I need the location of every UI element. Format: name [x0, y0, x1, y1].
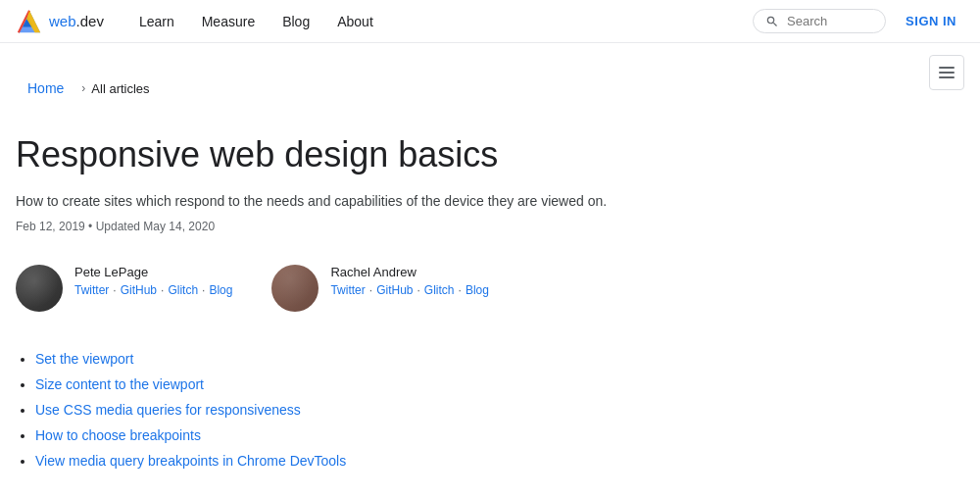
toc-list: Set the viewport Size content to the vie…	[16, 351, 741, 469]
article-date: Feb 12, 2019 • Updated May 14, 2020	[16, 220, 741, 233]
breadcrumb: Home › All articles	[16, 67, 741, 110]
nav-about[interactable]: About	[325, 0, 385, 43]
authors-section: Pete LePage Twitter · GitHub · Glitch · …	[16, 265, 741, 312]
toc-link-1[interactable]: Set the viewport	[35, 351, 133, 367]
author-pete-glitch[interactable]: Glitch	[168, 283, 198, 297]
search-bar[interactable]	[753, 9, 886, 33]
site-header: web.dev Learn Measure Blog About SIGN IN	[0, 0, 980, 43]
avatar-pete	[16, 265, 63, 312]
nav-learn[interactable]: Learn	[127, 0, 186, 43]
toc-item-5: View media query breakpoints in Chrome D…	[35, 453, 741, 469]
toc-link-3[interactable]: Use CSS media queries for responsiveness	[35, 402, 301, 418]
author-pete: Pete LePage Twitter · GitHub · Glitch · …	[16, 265, 232, 312]
site-logo[interactable]: web.dev	[16, 8, 104, 35]
article-updated-label: Updated	[96, 220, 140, 233]
avatar-rachel	[271, 265, 318, 312]
content-area: Home › All articles Responsive web desig…	[16, 43, 741, 498]
author-pete-twitter[interactable]: Twitter	[74, 283, 109, 297]
breadcrumb-home[interactable]: Home	[16, 67, 75, 110]
author-pete-info: Pete LePage Twitter · GitHub · Glitch · …	[74, 265, 232, 297]
author-rachel-links: Twitter · GitHub · Glitch · Blog	[330, 283, 488, 297]
logo-icon	[16, 8, 43, 35]
author-pete-blog[interactable]: Blog	[209, 283, 232, 297]
toc-link-2[interactable]: Size content to the viewport	[35, 376, 204, 392]
article-updated-date: May 14, 2020	[143, 220, 215, 233]
author-pete-links: Twitter · GitHub · Glitch · Blog	[74, 283, 232, 297]
header-right: SIGN IN	[753, 9, 964, 33]
author-rachel-info: Rachel Andrew Twitter · GitHub · Glitch …	[330, 265, 488, 297]
toc-item-2: Size content to the viewport	[35, 376, 741, 392]
article-publish-date: Feb 12, 2019	[16, 220, 85, 233]
breadcrumb-current: All articles	[91, 81, 149, 96]
author-rachel-glitch[interactable]: Glitch	[424, 283, 455, 297]
toc-link-4[interactable]: How to choose breakpoints	[35, 427, 201, 443]
author-rachel-twitter[interactable]: Twitter	[330, 283, 365, 297]
author-pete-name: Pete LePage	[74, 265, 232, 279]
article-title: Responsive web design basics	[16, 133, 741, 175]
logo-text: web.dev	[49, 13, 104, 29]
author-rachel-github[interactable]: GitHub	[376, 283, 413, 297]
author-rachel-blog[interactable]: Blog	[466, 283, 489, 297]
nav-blog[interactable]: Blog	[270, 0, 321, 43]
main-nav: Learn Measure Blog About	[127, 0, 753, 43]
toc-item-3: Use CSS media queries for responsiveness	[35, 402, 741, 418]
nav-measure[interactable]: Measure	[190, 0, 267, 43]
article-subtitle: How to create sites which respond to the…	[16, 191, 741, 212]
toc-toggle-button[interactable]	[929, 55, 964, 90]
author-rachel-name: Rachel Andrew	[330, 265, 488, 279]
search-input[interactable]	[787, 14, 873, 28]
author-rachel: Rachel Andrew Twitter · GitHub · Glitch …	[271, 265, 488, 312]
toc-link-5[interactable]: View media query breakpoints in Chrome D…	[35, 453, 346, 469]
toc-item-4: How to choose breakpoints	[35, 427, 741, 443]
toc-item-1: Set the viewport	[35, 351, 741, 367]
author-pete-github[interactable]: GitHub	[121, 283, 157, 297]
page-layout: Home › All articles Responsive web desig…	[0, 43, 980, 498]
search-icon	[765, 15, 779, 28]
breadcrumb-separator: ›	[81, 81, 85, 95]
sign-in-button[interactable]: SIGN IN	[898, 14, 964, 28]
toc-toggle-icon	[939, 67, 955, 78]
